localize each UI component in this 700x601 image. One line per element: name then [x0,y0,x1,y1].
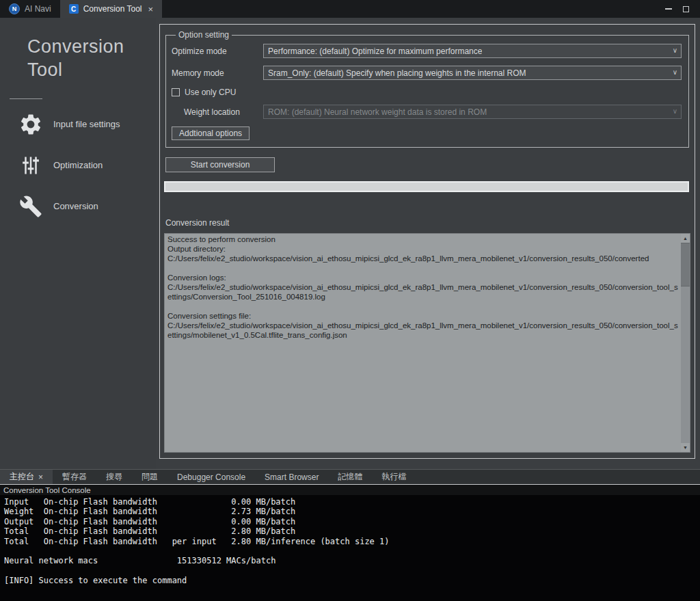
sidebar: Conversion Tool Input file settings Opti… [0,18,156,469]
console-tab-label: 暫存器 [62,471,87,483]
minimize-button[interactable] [665,8,672,10]
scrollbar-track[interactable] [681,286,690,443]
maximize-icon [683,6,689,12]
scroll-down-icon[interactable]: ▼ [681,443,690,452]
additional-options-button[interactable]: Addtional options [172,126,250,140]
console-tab-label: Smart Browser [265,472,319,482]
weight-location-value: ROM: (default) Neural network weight dat… [268,107,487,117]
memory-mode-value: Sram_Only: (default) Specify when placin… [268,68,526,78]
gear-icon [16,112,45,137]
console-tab-search[interactable]: 搜尋 [96,470,132,484]
option-setting-legend: Option setting [176,30,232,40]
tab-conversion-tool[interactable]: C Conversion Tool × [60,0,162,18]
console-tab-bar: 主控台 × 暫存器 搜尋 問題 Debugger Console Smart B… [0,469,700,484]
conversion-tool-icon: C [69,4,79,14]
sidebar-divider [10,98,42,99]
weight-location-label: Weight location [172,107,263,117]
memory-mode-select[interactable]: Sram_Only: (default) Specify when placin… [263,66,682,80]
sidebar-item-label: Conversion [53,201,98,211]
optimize-mode-label: Optimize mode [172,46,263,56]
close-icon[interactable]: × [38,472,43,482]
sidebar-item-conversion[interactable]: Conversion [0,191,156,222]
console-tab-console[interactable]: 主控台 × [0,470,53,484]
console-output: Input On-chip Flash bandwidth 0.00 MB/ba… [0,495,700,601]
conversion-result-label: Conversion result [165,218,690,228]
console-tab-label: 記憶體 [338,471,362,483]
option-setting-group: Option setting Optimize mode Performance… [165,30,689,148]
chevron-down-icon: ∨ [673,107,677,115]
titlebar: N AI Navi C Conversion Tool × [0,0,700,18]
page-title: Conversion Tool [0,18,156,82]
console-tab-memory[interactable]: 記憶體 [328,470,372,484]
use-only-cpu-label: Use only CPU [185,88,236,97]
start-conversion-button[interactable]: Start conversion [165,157,275,172]
result-scrollbar[interactable]: ▲ ▼ [681,234,690,452]
console-tab-label: 主控台 [10,471,34,483]
console-tab-registers[interactable]: 暫存器 [53,470,96,484]
tab-ai-navi-label: AI Navi [25,4,51,14]
console-tab-smart-browser[interactable]: Smart Browser [255,470,328,484]
body: Conversion Tool Input file settings Opti… [0,18,700,469]
console-tab-label: Debugger Console [177,472,245,482]
app-window: N AI Navi C Conversion Tool × Conversion… [0,0,700,601]
console-title: Conversion Tool Console [0,484,700,495]
window-controls [665,0,700,18]
tab-ai-navi[interactable]: N AI Navi [0,0,60,18]
optimize-mode-value: Performance: (default) Optimize for maxi… [268,46,482,56]
sidebar-item-label: Input file settings [53,119,120,129]
sidebar-nav: Input file settings Optimization Convers… [0,109,156,222]
sidebar-item-input-file-settings[interactable]: Input file settings [0,109,156,140]
console-tab-label: 搜尋 [106,471,122,483]
scrollbar-thumb[interactable] [681,243,690,286]
console-tab-debugger-console[interactable]: Debugger Console [167,470,255,484]
console-tab-label: 執行檔 [381,471,406,483]
conversion-result-text[interactable]: Success to perform conversion Output dir… [165,234,681,452]
weight-location-select: ROM: (default) Neural network weight dat… [263,105,682,119]
use-only-cpu-row: Use only CPU [172,88,682,97]
ai-navi-icon: N [9,3,20,14]
chevron-down-icon: ∨ [673,68,677,76]
use-only-cpu-checkbox[interactable] [172,88,180,96]
main-content: Option setting Optimize mode Performance… [159,24,695,459]
maximize-button[interactable] [683,6,689,12]
close-icon[interactable]: × [148,4,154,14]
main-panel: Option setting Optimize mode Performance… [156,18,700,469]
sliders-icon [16,155,45,176]
minimize-icon [665,8,672,10]
optimize-mode-select[interactable]: Performance: (default) Optimize for maxi… [263,44,682,58]
chevron-down-icon: ∨ [673,46,677,54]
memory-mode-label: Memory mode [172,68,263,78]
console-tab-problems[interactable]: 問題 [132,470,167,484]
scroll-up-icon[interactable]: ▲ [681,234,690,243]
console-tab-label: 問題 [142,471,158,483]
conversion-result-box: Success to perform conversion Output dir… [164,233,690,453]
sidebar-item-label: Optimization [53,160,103,170]
progress-bar [164,181,689,192]
tab-conversion-tool-label: Conversion Tool [83,4,142,14]
console-tab-executables[interactable]: 執行檔 [372,470,416,484]
sidebar-item-optimization[interactable]: Optimization [0,150,156,181]
wrench-icon [16,195,45,218]
